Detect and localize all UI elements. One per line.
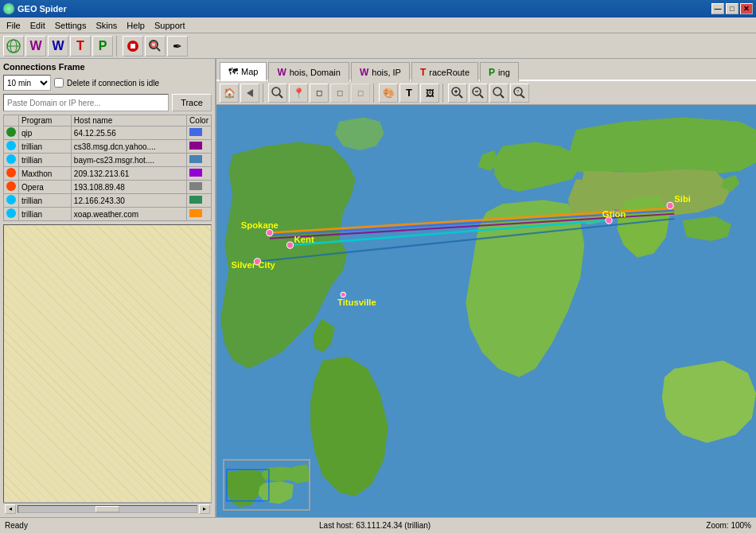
svg-line-10 [279,95,283,98]
menu-support[interactable]: Support [150,20,190,31]
main-toolbar: W W T P ✒ [0,33,756,59]
menu-settings[interactable]: Settings [50,20,92,31]
row-icon [4,154,19,167]
trace-button[interactable]: Trace [172,94,212,111]
title-left: GEO Spider [3,3,67,14]
row-color [187,181,212,194]
app-title: GEO Spider [18,4,67,14]
maximize-button[interactable]: □ [726,3,738,14]
status-bar: Ready Last host: 63.111.24.34 (trillian)… [0,517,756,533]
traceroute-tab-label: raceRoute [429,68,470,77]
table-row: Opera 193.108.89.48 [4,181,212,194]
svg-rect-4 [131,44,135,49]
whois-domain-tab-label: hois, Domain [290,68,341,77]
toolbar-stop[interactable] [123,36,143,56]
tab-whois-ip[interactable]: W hois, IP [351,62,410,81]
h-scrollbar: ◂ ▸ [3,503,212,514]
status-ready: Ready [5,521,28,530]
map-back[interactable] [240,84,259,103]
toolbar-t[interactable]: T [70,36,91,56]
time-select[interactable]: 10 min 5 min 30 min 1 hr [3,75,51,91]
tab-map[interactable]: 🗺 Map [220,62,267,81]
main-area: Connections Frame 10 min 5 min 30 min 1 … [0,59,756,517]
svg-line-12 [459,95,462,98]
delete-idle-checkbox[interactable] [54,78,64,88]
col-program: Program [19,115,72,126]
left-panel: Connections Frame 10 min 5 min 30 min 1 … [0,59,216,517]
toolbar-search[interactable] [145,36,166,56]
svg-text:Sibi: Sibi [674,194,691,204]
map-area[interactable]: Spokane Kent Silver City Titusville Gtio… [216,105,756,517]
connections-label: Connections Frame [3,62,212,72]
row-program: trillian [19,194,72,208]
tab-ping[interactable]: P ing [480,62,519,81]
map-zoom-fit[interactable] [489,84,509,103]
toolbar-w2[interactable]: W [48,36,68,56]
tab-whois-domain[interactable]: W hois, Domain [268,62,349,81]
paste-input[interactable] [3,94,169,111]
table-row: trillian 12.166.243.30 [4,194,212,208]
map-sep1 [263,84,265,103]
map-find[interactable] [268,84,287,103]
map-select2[interactable]: ◻ [330,84,349,103]
map-tab-label: Map [241,67,258,76]
svg-line-6 [157,48,160,51]
scroll-left[interactable]: ◂ [5,504,16,514]
close-button[interactable]: ✕ [740,3,753,14]
svg-point-30 [286,242,293,248]
menu-file[interactable]: File [2,20,25,31]
status-zoom: Zoom: 100% [706,521,751,530]
map-text[interactable]: T [399,84,419,103]
row-color [187,167,212,181]
tab-bar: 🗺 Map W hois, Domain W hois, IP T raceRo… [216,59,756,81]
toolbar-pen[interactable]: ✒ [167,36,188,56]
map-image[interactable]: 🖼 [420,84,439,103]
whois-ip-tab-label: hois, IP [372,68,401,77]
ping-tab-icon: P [489,67,495,78]
col-icon [4,115,19,126]
row-host: 12.166.243.30 [71,194,186,208]
connections-body: qip 64.12.25.56 trillian cs38.msg.dcn.ya… [4,126,212,221]
toolbar-globe[interactable] [3,36,24,56]
map-zoom-out[interactable] [469,84,488,103]
scroll-track[interactable] [18,505,197,513]
scroll-thumb[interactable] [95,506,119,512]
row-icon [4,126,19,140]
row-host: xoap.weather.com [71,208,186,221]
status-last-host: Last host: 63.111.24.34 (trillian) [44,521,706,530]
connections-table: Program Host name Color qip 64.12.25.56 … [3,115,212,221]
app-icon [3,3,14,14]
svg-point-32 [341,292,345,297]
map-sep2 [373,84,376,103]
menu-help[interactable]: Help [122,20,150,31]
map-select3[interactable]: ◻ [351,84,370,103]
table-row: Maxthon 209.132.213.61 [4,167,212,181]
map-pin[interactable]: 📍 [289,84,308,103]
map-zoom-custom[interactable]: ? [510,84,529,103]
menu-skins[interactable]: Skins [91,20,122,31]
row-icon [4,208,19,221]
row-icon [4,181,19,194]
svg-text:Titusville: Titusville [337,298,376,307]
svg-text:Kent: Kent [294,235,314,244]
menu-edit[interactable]: Edit [25,20,50,31]
scroll-right[interactable]: ▸ [199,504,210,514]
col-host: Host name [71,115,186,126]
world-map-svg: Spokane Kent Silver City Titusville Gtio… [216,105,756,517]
row-program: trillian [19,208,72,221]
map-select1[interactable]: ◻ [310,84,329,103]
minimize-button[interactable]: — [711,3,724,14]
tab-traceroute[interactable]: T raceRoute [411,62,478,81]
row-host: baym-cs23.msgr.hot.... [71,154,186,167]
right-panel: 🗺 Map W hois, Domain W hois, IP T raceRo… [216,59,756,517]
svg-line-21 [520,95,524,98]
map-zoom-in[interactable] [448,84,467,103]
map-home[interactable]: 🏠 [220,84,239,103]
svg-text:Silver City: Silver City [231,260,275,270]
map-color[interactable]: 🎨 [379,84,398,103]
paste-row: Trace [3,94,212,111]
title-controls[interactable]: — □ ✕ [711,3,753,14]
toolbar-p[interactable]: P [92,36,113,56]
svg-text:Spokane: Spokane [241,220,279,230]
toolbar-w1[interactable]: W [25,36,46,56]
